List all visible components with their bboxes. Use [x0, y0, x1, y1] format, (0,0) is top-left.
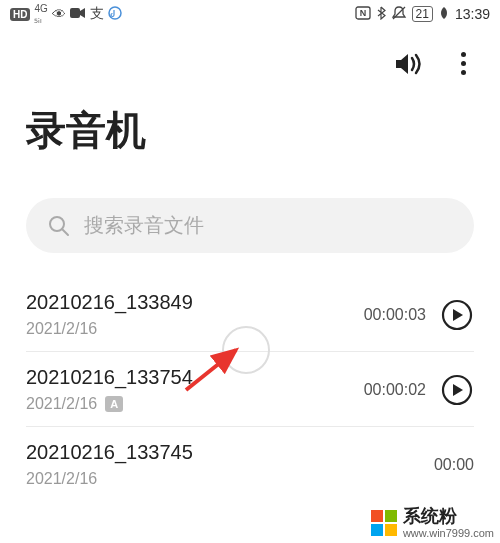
svg-text:N: N [359, 8, 366, 18]
recording-item[interactable]: 20210216_133754 2021/2/16 A 00:00:02 [0, 352, 500, 427]
leaf-icon [438, 6, 450, 23]
svg-rect-0 [70, 8, 80, 18]
status-bar: HD 4G₅ᵢₗ 👁 支 N 21 13:39 [0, 0, 500, 28]
recording-date: 2021/2/16 [26, 395, 97, 413]
svg-line-6 [62, 229, 68, 235]
recording-name: 20210216_133754 [26, 366, 193, 389]
recording-controls: 00:00:03 [364, 298, 474, 332]
dot-icon [461, 70, 466, 75]
search-placeholder: 搜索录音文件 [84, 212, 204, 239]
watermark-text: 系统粉 [403, 507, 494, 527]
recording-name: 20210216_133849 [26, 291, 193, 314]
recordings-list: 20210216_133849 2021/2/16 00:00:03 20210… [0, 277, 500, 502]
play-button[interactable] [440, 298, 474, 332]
video-icon [70, 6, 86, 22]
dot-icon [461, 52, 466, 57]
recording-date: 2021/2/16 [26, 470, 97, 488]
alipay-icon: 支 [90, 5, 104, 23]
recording-controls: 00:00:02 [364, 373, 474, 407]
recording-item[interactable]: 20210216_133849 2021/2/16 00:00:03 [0, 277, 500, 352]
battery-level: 21 [412, 6, 433, 22]
recording-date: 2021/2/16 [26, 320, 97, 338]
mute-icon [391, 5, 407, 24]
svg-point-1 [109, 7, 121, 19]
page-title: 录音机 [0, 89, 500, 198]
dot-icon [461, 61, 466, 66]
clock-time: 13:39 [455, 6, 490, 22]
search-icon [48, 215, 70, 237]
bluetooth-icon [376, 6, 386, 23]
recording-info: 20210216_133745 2021/2/16 [26, 441, 193, 488]
hd-badge: HD [10, 8, 30, 21]
recording-item[interactable]: 20210216_133745 2021/2/16 00:00 [0, 427, 500, 502]
recording-duration: 00:00 [434, 456, 474, 474]
more-menu-button[interactable] [457, 48, 470, 79]
status-right: N 21 13:39 [355, 5, 490, 24]
signal-4g: 4G₅ᵢₗ [34, 3, 47, 25]
recording-name: 20210216_133745 [26, 441, 193, 464]
recording-duration: 00:00:02 [364, 381, 426, 399]
a-badge-icon: A [105, 396, 123, 412]
app-header [0, 28, 500, 89]
speaker-button[interactable] [393, 50, 427, 78]
search-input[interactable]: 搜索录音文件 [26, 198, 474, 253]
ms-logo-icon [371, 510, 397, 536]
play-button[interactable] [440, 373, 474, 407]
watermark: 系统粉 www.win7999.com [365, 503, 500, 543]
recording-info: 20210216_133849 2021/2/16 [26, 291, 193, 338]
status-left: HD 4G₅ᵢₗ 👁 支 [10, 3, 122, 25]
recording-controls: 00:00 [434, 456, 474, 474]
recording-duration: 00:00:03 [364, 306, 426, 324]
eye-icon: 👁 [52, 6, 66, 22]
nfc-icon: N [355, 6, 371, 23]
recording-info: 20210216_133754 2021/2/16 A [26, 366, 193, 413]
watermark-url: www.win7999.com [403, 527, 494, 539]
music-icon [108, 6, 122, 23]
